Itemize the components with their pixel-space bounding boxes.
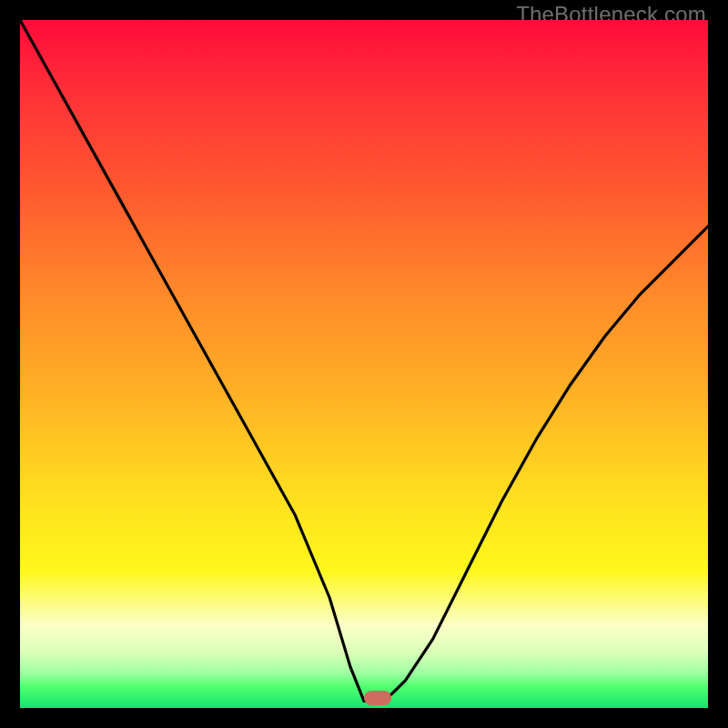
curve-path [20,20,708,701]
plot-area [20,20,708,708]
bottleneck-curve [20,20,708,708]
optimum-marker [364,691,391,705]
chart-frame: TheBottleneck.com [0,0,728,728]
